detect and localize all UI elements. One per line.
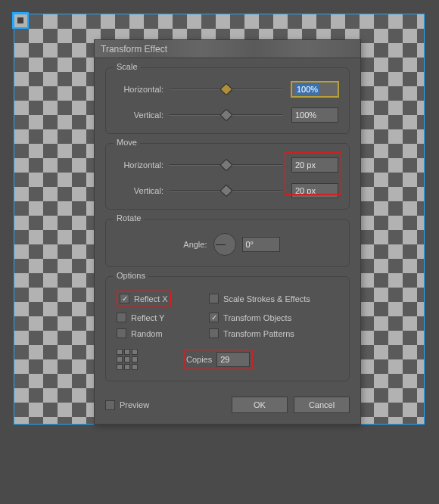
scale-strokes-label: Scale Strokes & Effects (223, 294, 310, 303)
move-vertical-label: Vertical: (117, 186, 170, 195)
scale-horizontal-slider[interactable] (170, 84, 282, 95)
transform-objects-checkbox[interactable]: ✓ Transform Objects (209, 313, 338, 322)
rotate-legend: Rotate (114, 213, 144, 222)
transform-patterns-checkbox[interactable]: Transform Patterns (209, 328, 338, 338)
copies-row: Copies 29 (117, 349, 338, 370)
highlight-copies: Copies 29 (183, 349, 253, 370)
rotate-angle-row: Angle: 0° (117, 233, 338, 256)
scale-vertical-slider[interactable] (170, 110, 282, 120)
preview-checkbox[interactable]: Preview (105, 400, 149, 410)
rotate-angle-label: Angle: (176, 240, 213, 249)
checkbox-icon: ✓ (209, 313, 219, 322)
ok-button[interactable]: OK (232, 397, 288, 413)
transform-objects-label: Transform Objects (223, 313, 291, 322)
selection-handle[interactable] (12, 12, 29, 29)
move-horizontal-label: Horizontal: (117, 160, 170, 170)
dialog-title: Transform Effect (101, 44, 167, 54)
rotate-section: Rotate Angle: 0° (105, 219, 350, 267)
scale-legend: Scale (114, 62, 141, 71)
dialog-body: Scale Horizontal: 100% Vertical: 100% (95, 58, 360, 424)
dialog-footer: Preview OK Cancel (105, 390, 350, 413)
checkbox-icon (209, 294, 219, 303)
angle-needle-icon (216, 244, 226, 245)
move-horizontal-row: Horizontal: 20 px (117, 157, 338, 173)
scale-strokes-checkbox[interactable]: Scale Strokes & Effects (209, 291, 338, 306)
rotate-angle-input[interactable]: 0° (242, 237, 280, 252)
transform-patterns-label: Transform Patterns (223, 329, 294, 338)
scale-vertical-input[interactable]: 100% (291, 107, 338, 123)
scale-section: Scale Horizontal: 100% Vertical: 100% (105, 67, 350, 134)
options-legend: Options (114, 271, 148, 280)
registration-point-selector[interactable] (117, 349, 138, 370)
scale-horizontal-input[interactable]: 100% (291, 82, 338, 97)
angle-dial[interactable] (213, 233, 236, 256)
slider-thumb-icon[interactable] (220, 185, 232, 198)
random-checkbox[interactable]: Random (117, 328, 209, 338)
preview-label: Preview (120, 400, 149, 409)
slider-thumb-icon[interactable] (220, 83, 232, 96)
checkbox-icon: ✓ (120, 294, 129, 303)
checkbox-icon (105, 400, 115, 410)
scale-horizontal-label: Horizontal: (117, 85, 170, 94)
checkbox-icon (117, 328, 126, 338)
slider-thumb-icon[interactable] (220, 159, 232, 172)
reflect-x-label: Reflect X (134, 294, 168, 303)
scale-vertical-label: Vertical: (117, 110, 170, 120)
cancel-button[interactable]: Cancel (294, 397, 350, 413)
highlight-reflect-x: ✓ Reflect X (117, 291, 171, 306)
copies-input[interactable]: 29 (216, 352, 250, 367)
checkbox-icon (209, 328, 219, 338)
move-vertical-slider[interactable] (170, 185, 282, 196)
dialog-titlebar[interactable]: Transform Effect (95, 40, 360, 58)
reflect-y-label: Reflect Y (131, 313, 164, 322)
move-legend: Move (114, 138, 140, 147)
options-grid: ✓ Reflect X Scale Strokes & Effects Refl… (117, 291, 338, 338)
copies-label: Copies (186, 355, 216, 364)
move-horizontal-input[interactable]: 20 px (291, 157, 338, 173)
reflect-y-checkbox[interactable]: Reflect Y (117, 313, 209, 322)
move-section: Move Horizontal: 20 px Vertical: 20 px (105, 143, 350, 210)
scale-vertical-row: Vertical: 100% (117, 107, 338, 123)
move-vertical-row: Vertical: 20 px (117, 183, 338, 198)
move-horizontal-slider[interactable] (170, 160, 282, 170)
transform-effect-dialog: Transform Effect Scale Horizontal: 100% … (94, 39, 361, 425)
random-label: Random (131, 329, 163, 338)
slider-thumb-icon[interactable] (220, 109, 232, 122)
artboard-object (17, 17, 23, 23)
scale-horizontal-row: Horizontal: 100% (117, 82, 338, 97)
reflect-x-checkbox[interactable]: ✓ Reflect X (120, 294, 168, 303)
move-vertical-input[interactable]: 20 px (291, 183, 338, 198)
options-section: Options ✓ Reflect X Scale Strokes & Effe… (105, 276, 350, 381)
checkbox-icon (117, 313, 126, 322)
